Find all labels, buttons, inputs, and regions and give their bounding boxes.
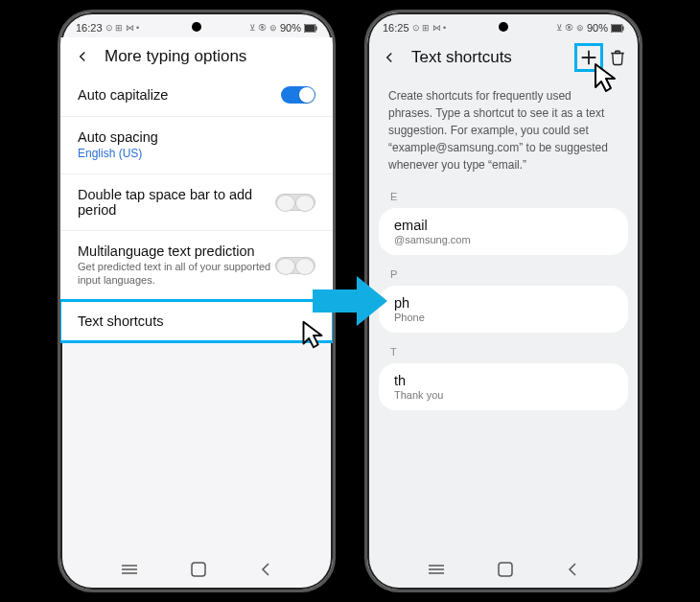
status-time: 16:23 <box>76 22 103 34</box>
nav-recents-icon[interactable] <box>428 563 445 576</box>
nav-bar <box>60 553 333 590</box>
nav-home-icon[interactable] <box>191 562 206 577</box>
shortcut-sub: @samsung.com <box>394 234 613 245</box>
row-title: Auto capitalize <box>78 87 281 103</box>
row-title: Text shortcuts <box>78 313 315 329</box>
toggle-auto-capitalize[interactable] <box>281 86 315 104</box>
arrow-icon <box>309 272 391 330</box>
add-button[interactable] <box>578 47 599 68</box>
shortcut-title: email <box>394 218 613 233</box>
svg-rect-6 <box>192 563 205 576</box>
row-subtitle: English (US) <box>78 147 315 161</box>
nav-bar <box>367 553 640 590</box>
camera-hole <box>499 22 508 32</box>
shortcut-card-th[interactable]: th Thank you <box>379 363 628 410</box>
page-header: Text shortcuts <box>367 37 640 76</box>
section-label-p: P <box>367 265 640 284</box>
svg-rect-9 <box>622 26 624 30</box>
row-title: Double tap space bar to add period <box>78 187 260 218</box>
row-double-tap-space[interactable]: Double tap space bar to add period <box>60 174 333 231</box>
camera-hole <box>192 22 201 32</box>
page-header: More typing options <box>60 37 333 74</box>
status-notif-icons: ⊙ ⊞ ⋈ • <box>105 23 140 33</box>
page-title: More typing options <box>105 47 319 66</box>
shortcut-sub: Phone <box>394 312 613 323</box>
svg-rect-1 <box>305 25 315 32</box>
page-title: Text shortcuts <box>411 48 565 67</box>
status-battery: 90% <box>280 22 301 34</box>
phone-right: 16:25 ⊙ ⊞ ⋈ • ⊻ ⦿ ⊚ 90% Text shortcuts <box>364 10 642 592</box>
status-time: 16:25 <box>383 22 409 34</box>
section-label-e: E <box>367 187 640 206</box>
shortcuts-content: Create shortcuts for frequently used phr… <box>367 76 640 553</box>
status-notif-icons: ⊙ ⊞ ⋈ • <box>412 23 447 33</box>
shortcut-card-ph[interactable]: ph Phone <box>379 286 628 333</box>
svg-rect-2 <box>315 26 317 30</box>
row-title: Multilanguage text prediction <box>78 243 275 259</box>
status-signal-icons: ⊻ ⦿ ⊚ <box>556 23 584 33</box>
row-auto-capitalize[interactable]: Auto capitalize <box>60 74 333 117</box>
row-multilanguage-prediction[interactable]: Multilanguage text prediction Get predic… <box>60 231 333 301</box>
status-signal-icons: ⊻ ⦿ ⊚ <box>249 23 277 33</box>
row-text-shortcuts[interactable]: Text shortcuts <box>60 301 333 341</box>
phone-left: 16:23 ⊙ ⊞ ⋈ • ⊻ ⦿ ⊚ 90% More typing opti… <box>58 10 336 592</box>
svg-rect-8 <box>612 25 621 32</box>
shortcut-title: ph <box>394 295 613 311</box>
status-battery: 90% <box>587 22 608 34</box>
battery-icon <box>304 24 317 33</box>
shortcut-title: th <box>394 373 613 388</box>
nav-recents-icon[interactable] <box>121 563 138 576</box>
nav-back-icon[interactable] <box>566 562 579 577</box>
section-label-t: T <box>367 342 640 361</box>
row-subtitle: Get predicted text in all of your suppor… <box>78 261 275 288</box>
nav-back-icon[interactable] <box>259 562 272 577</box>
cursor-icon <box>586 58 618 91</box>
settings-list: Auto capitalize Auto spacing English (US… <box>60 74 333 553</box>
back-icon[interactable] <box>381 49 398 66</box>
row-auto-spacing[interactable]: Auto spacing English (US) <box>60 117 333 174</box>
nav-home-icon[interactable] <box>498 562 513 577</box>
shortcut-card-email[interactable]: email @samsung.com <box>379 208 628 255</box>
battery-icon <box>611 24 624 33</box>
svg-rect-15 <box>499 563 512 576</box>
toggle-double-tap[interactable] <box>275 194 315 211</box>
row-title: Auto spacing <box>78 129 315 145</box>
shortcut-sub: Thank you <box>394 389 613 401</box>
back-icon[interactable] <box>74 48 91 65</box>
